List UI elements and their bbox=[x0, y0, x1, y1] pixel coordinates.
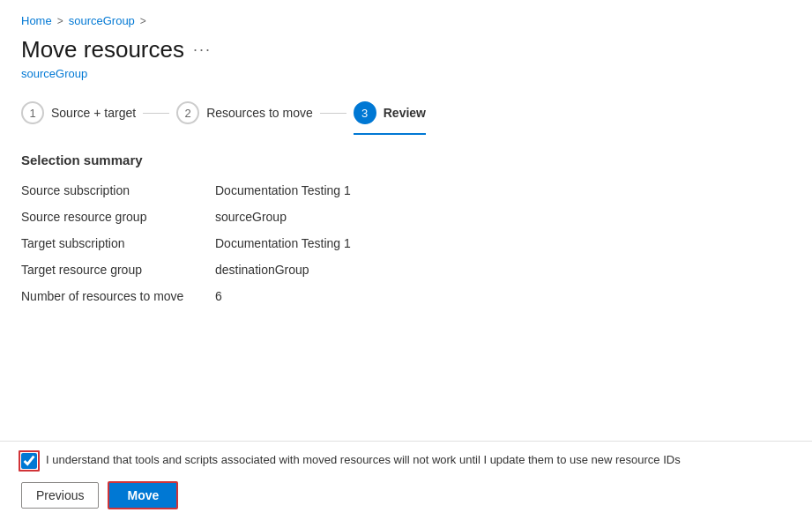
step-1-circle: 1 bbox=[21, 101, 44, 124]
step-2-circle: 2 bbox=[176, 101, 199, 124]
footer: I understand that tools and scripts asso… bbox=[0, 441, 812, 520]
value-source-sub: Documentation Testing 1 bbox=[215, 183, 791, 197]
move-button[interactable]: Move bbox=[108, 481, 178, 509]
step-3[interactable]: 3 Review bbox=[354, 101, 426, 135]
value-num-resources: 6 bbox=[215, 289, 791, 303]
summary-table: Source subscription Documentation Testin… bbox=[21, 183, 791, 303]
label-target-rg: Target resource group bbox=[21, 263, 215, 277]
breadcrumb-group[interactable]: sourceGroup bbox=[69, 14, 135, 27]
value-target-rg: destinationGroup bbox=[215, 263, 791, 277]
value-target-sub: Documentation Testing 1 bbox=[215, 236, 791, 250]
checkbox-row: I understand that tools and scripts asso… bbox=[21, 452, 791, 469]
step-1-label: Source + target bbox=[51, 106, 136, 120]
step-3-label: Review bbox=[384, 106, 426, 120]
value-source-rg: sourceGroup bbox=[215, 210, 791, 224]
page-title: Move resources bbox=[21, 36, 184, 63]
step-separator-2 bbox=[320, 113, 346, 114]
section-title: Selection summary bbox=[21, 152, 791, 167]
step-1[interactable]: 1 Source + target bbox=[21, 101, 136, 135]
previous-button[interactable]: Previous bbox=[21, 482, 99, 509]
page-wrapper: Home > sourceGroup > Move resources ··· … bbox=[0, 0, 812, 520]
breadcrumb-home[interactable]: Home bbox=[21, 14, 52, 27]
subtitle[interactable]: sourceGroup bbox=[0, 67, 812, 91]
step-2-label: Resources to move bbox=[206, 106, 313, 120]
breadcrumb: Home > sourceGroup > bbox=[0, 0, 812, 33]
understand-checkbox[interactable] bbox=[21, 453, 37, 469]
checkbox-wrapper bbox=[21, 453, 37, 469]
breadcrumb-sep-2: > bbox=[140, 15, 146, 27]
checkbox-label[interactable]: I understand that tools and scripts asso… bbox=[46, 452, 681, 468]
step-2[interactable]: 2 Resources to move bbox=[176, 101, 313, 135]
label-num-resources: Number of resources to move bbox=[21, 289, 215, 303]
label-target-sub: Target subscription bbox=[21, 236, 215, 250]
header: Move resources ··· bbox=[0, 33, 812, 67]
label-source-rg: Source resource group bbox=[21, 210, 215, 224]
step-separator-1 bbox=[143, 113, 169, 114]
breadcrumb-sep-1: > bbox=[57, 15, 63, 27]
label-source-sub: Source subscription bbox=[21, 183, 215, 197]
step-3-circle: 3 bbox=[354, 101, 376, 124]
more-options-icon[interactable]: ··· bbox=[193, 41, 212, 59]
button-row: Previous Move bbox=[21, 481, 791, 509]
main-content: Selection summary Source subscription Do… bbox=[0, 135, 812, 441]
steps-bar: 1 Source + target 2 Resources to move 3 … bbox=[0, 91, 812, 135]
